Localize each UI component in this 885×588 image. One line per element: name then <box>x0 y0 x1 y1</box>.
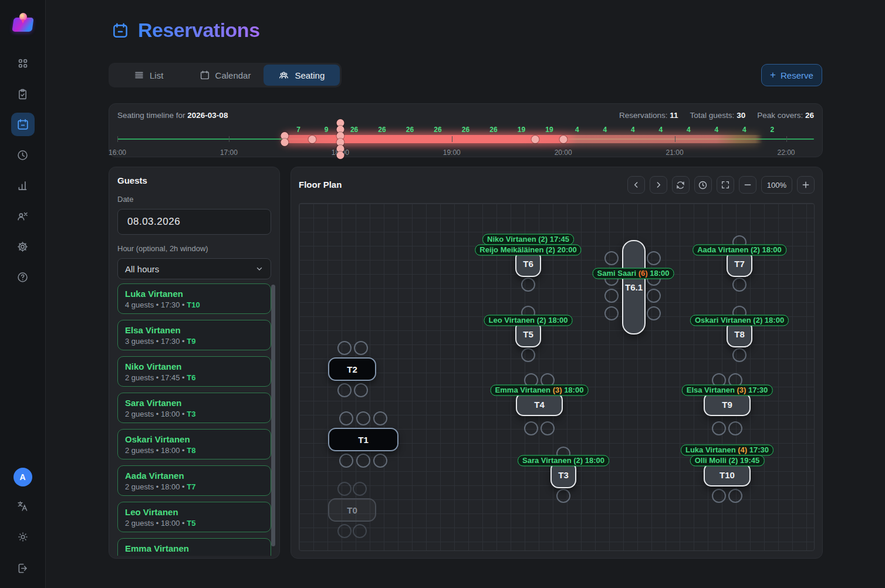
prev-button[interactable] <box>627 176 645 194</box>
hour-label: 16:00 <box>109 148 126 157</box>
date-input[interactable] <box>117 209 271 235</box>
guest-card[interactable]: Emma Virtanen2 guests • 18:00 • T4 <box>117 538 271 556</box>
table-T10[interactable]: T10 <box>704 463 751 486</box>
staff-icon <box>16 210 29 222</box>
reservation-badge[interactable]: Emma Virtanen (3) 18:00 <box>491 385 589 396</box>
chevron-right-icon <box>654 180 663 190</box>
sun-icon <box>17 531 29 543</box>
reservation-badge[interactable]: Reijo Meikäläinen (2) 20:00 <box>475 245 581 256</box>
page-header: Reservations <box>112 19 260 42</box>
user-avatar[interactable]: A <box>13 468 32 486</box>
guest-table-ref: T8 <box>187 446 195 455</box>
table-label: T1 <box>358 435 369 445</box>
table-label: T7 <box>734 259 745 269</box>
guest-card[interactable]: Luka Virtanen4 guests • 17:30 • T10 <box>117 283 271 314</box>
chair <box>521 278 535 292</box>
chair <box>354 383 368 397</box>
guest-card[interactable]: Sara Virtanen2 guests • 18:00 • T3 <box>117 393 271 423</box>
table-T6.1[interactable]: T6.1 <box>622 240 646 334</box>
covers-count: 4 <box>631 126 635 134</box>
guest-table-ref: T10 <box>187 300 200 309</box>
covers-count: 19 <box>518 126 525 134</box>
zoom-out-button[interactable] <box>739 176 756 194</box>
reservation-badge[interactable]: Elsa Virtanen (3) 17:30 <box>682 385 773 396</box>
party-size: (2) <box>753 316 762 325</box>
nav-analytics[interactable] <box>11 174 35 197</box>
chair <box>712 489 726 503</box>
translate-icon <box>16 500 29 512</box>
reservation-badge[interactable]: Luka Virtanen (4) 17:30 <box>681 445 773 456</box>
tab-list[interactable]: List <box>110 65 187 86</box>
guest-meta: 2 guests • 18:00 • T5 <box>125 519 264 528</box>
covers-count: 19 <box>545 126 553 134</box>
table-T0[interactable]: T0 <box>328 498 376 522</box>
language-button[interactable] <box>11 494 35 518</box>
expand-icon <box>721 180 730 190</box>
guest-table-ref: T5 <box>187 519 195 528</box>
scrollbar-thumb[interactable] <box>271 285 275 546</box>
time-button[interactable] <box>694 176 712 194</box>
party-size: (2) <box>573 456 583 465</box>
floor-plan-canvas[interactable]: T6Niko Virtanen (2) 17:45Reijo Meikäläin… <box>299 203 815 551</box>
table-T1[interactable]: T1 <box>328 428 398 451</box>
tab-seating[interactable]: Seating <box>264 65 340 86</box>
party-size: (2) <box>751 245 760 254</box>
nav-help[interactable] <box>11 265 35 289</box>
guest-card[interactable]: Elsa Virtanen3 guests • 17:30 • T9 <box>117 320 271 350</box>
reservation-badge[interactable]: Olli Molli (2) 19:45 <box>690 455 765 467</box>
reservation-badge[interactable]: Niko Virtanen (2) 17:45 <box>482 234 574 245</box>
party-size: (4) <box>738 445 747 454</box>
reservation-badge[interactable]: Leo Virtanen (2) 18:00 <box>484 315 573 326</box>
logout-icon <box>16 562 29 575</box>
nav-reservations[interactable] <box>11 113 35 136</box>
refresh-button[interactable] <box>672 176 690 194</box>
floor-plan-panel: Floor Plan 100% T6Niko Virtanen (2) 17:4… <box>291 167 823 559</box>
nav-orders[interactable] <box>11 82 35 106</box>
fullscreen-button[interactable] <box>717 176 734 194</box>
guest-meta: 4 guests • 17:30 • T10 <box>125 300 264 309</box>
covers-count: 26 <box>350 126 358 134</box>
hour-select[interactable]: All hours <box>117 258 271 279</box>
guest-card[interactable]: Oskari Virtanen2 guests • 18:00 • T8 <box>117 429 271 459</box>
next-button[interactable] <box>650 176 667 194</box>
covers-count: 4 <box>659 126 663 134</box>
chair <box>337 524 352 538</box>
hour-label: 17:00 <box>220 148 238 157</box>
reservation-dot <box>532 136 539 143</box>
reservation-badge[interactable]: Aada Virtanen (2) 18:00 <box>693 245 786 256</box>
nav-settings[interactable] <box>11 235 35 258</box>
chair <box>356 454 370 468</box>
chair <box>521 348 535 362</box>
chair <box>356 411 370 425</box>
nav-dashboard[interactable] <box>11 52 35 75</box>
nav-staff[interactable] <box>11 204 35 228</box>
floor-plan-toolbar: 100% <box>627 176 815 194</box>
chair <box>524 421 538 435</box>
theme-button[interactable] <box>11 525 35 549</box>
hour-label: 19:00 <box>443 148 461 157</box>
table-T9[interactable]: T9 <box>704 393 751 416</box>
guest-card[interactable]: Niko Virtanen2 guests • 17:45 • T6 <box>117 356 271 387</box>
reserve-button[interactable]: + Reserve <box>761 64 822 86</box>
guest-card[interactable]: Leo Virtanen2 guests • 18:00 • T5 <box>117 502 271 532</box>
reservation-badge[interactable]: Oskari Virtanen (2) 18:00 <box>690 315 789 326</box>
clipboard-check-icon <box>16 88 29 100</box>
chair <box>339 411 353 425</box>
guest-name: Leo Virtanen <box>125 507 264 517</box>
table-label: T0 <box>347 505 357 515</box>
table-T4[interactable]: T4 <box>516 393 563 416</box>
nav-history[interactable] <box>11 143 35 167</box>
table-T2[interactable]: T2 <box>328 357 376 381</box>
logout-button[interactable] <box>11 556 35 580</box>
guest-table-ref: T3 <box>187 410 195 418</box>
reservation-dot <box>559 136 567 143</box>
zoom-in-button[interactable] <box>797 176 815 194</box>
grid-icon <box>16 57 29 70</box>
covers-count: 26 <box>462 126 469 134</box>
reservation-badge[interactable]: Sara Virtanen (2) 18:00 <box>518 455 609 467</box>
covers-count: 4 <box>603 126 607 134</box>
timeline-track[interactable]: 16:0017:0018:0019:0020:0021:0022:0079262… <box>117 104 814 158</box>
tab-calendar[interactable]: Calendar <box>187 65 263 86</box>
reservation-badge[interactable]: Sami Saari (6) 18:00 <box>593 268 674 279</box>
guest-card[interactable]: Aada Virtanen2 guests • 18:00 • T7 <box>117 465 271 496</box>
